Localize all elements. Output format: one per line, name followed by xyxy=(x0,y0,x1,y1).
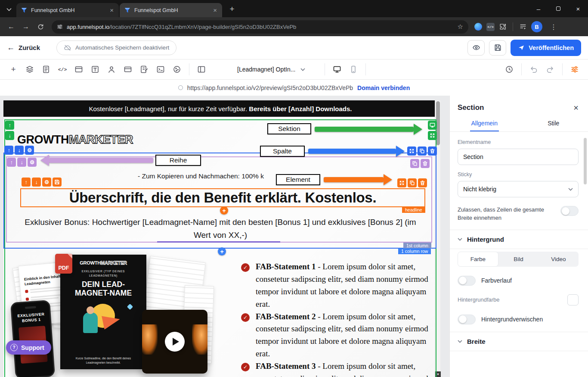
tab-close-icon[interactable]: × xyxy=(212,6,218,14)
move-up-icon[interactable]: ↑ xyxy=(5,121,14,130)
play-button[interactable] xyxy=(165,332,185,352)
new-tab-button[interactable]: + xyxy=(226,3,238,16)
fullwidth-toggle[interactable] xyxy=(560,206,579,216)
close-panel-icon[interactable]: × xyxy=(573,103,579,112)
layout-icon[interactable] xyxy=(193,62,210,77)
section-icon[interactable] xyxy=(71,62,87,77)
background-section-header[interactable]: Hintergrund xyxy=(458,230,579,249)
divider-element[interactable] xyxy=(157,241,280,243)
settings-gear-icon[interactable]: ⚙ xyxy=(25,146,34,155)
bg-tab-bild[interactable]: Bild xyxy=(498,252,538,267)
cookie-icon[interactable] xyxy=(169,62,185,77)
elementname-input[interactable] xyxy=(463,153,573,160)
width-section-header[interactable]: Breite xyxy=(458,332,579,351)
page-canvas[interactable]: Kostenloser [Leadmagnet], nur für kurze … xyxy=(3,100,437,377)
close-window-button[interactable]: × xyxy=(568,0,588,17)
profile-avatar[interactable]: B xyxy=(531,21,542,32)
move-down-icon[interactable]: ↓ xyxy=(5,131,14,140)
save-element-icon[interactable] xyxy=(53,178,62,187)
duplicate-icon[interactable] xyxy=(410,159,419,168)
page-dropdown[interactable]: [Leadmagnet] OptIn... xyxy=(237,66,305,73)
publish-button[interactable]: Veröffentlichen xyxy=(511,40,581,56)
sticky-select[interactable]: Nicht klebrig xyxy=(458,181,579,197)
bg-tab-farbe[interactable]: Farbe xyxy=(458,252,498,267)
bookmark-star-icon[interactable]: ☆ xyxy=(458,23,463,31)
blur-toggle[interactable] xyxy=(458,315,476,324)
delete-icon[interactable] xyxy=(421,159,430,168)
reload-icon[interactable] xyxy=(34,20,47,34)
settings-gear-icon[interactable]: ⚙ xyxy=(28,158,37,167)
url-text[interactable]: app.funnelspot.io/location/7ZTlfNccQ31qZ… xyxy=(67,24,454,30)
back-icon[interactable]: ← xyxy=(4,20,18,34)
move-down-icon[interactable]: ↓ xyxy=(32,178,41,187)
kicker-text[interactable]: - Zum Kopieren und Nachmachen: 100% k xyxy=(138,172,264,180)
text-icon[interactable] xyxy=(87,62,103,77)
tab-stile[interactable]: Stile xyxy=(519,117,588,131)
settings-sliders-icon[interactable] xyxy=(566,62,583,77)
move-down-icon[interactable]: ↓ xyxy=(15,146,24,155)
delete-icon[interactable] xyxy=(418,178,427,187)
add-element-icon[interactable]: + xyxy=(5,62,22,77)
minimize-button[interactable]: – xyxy=(529,0,548,17)
add-row-plus-icon[interactable]: + xyxy=(218,247,226,255)
maximize-button[interactable] xyxy=(548,0,568,17)
gradient-toggle[interactable] xyxy=(458,276,476,286)
extension-ball-icon[interactable] xyxy=(474,23,482,31)
delete-icon[interactable] xyxy=(428,146,437,156)
subline-text[interactable]: Exklusiver Bonus: Hochwertiger [Leadmagn… xyxy=(21,216,420,242)
expand-icon[interactable] xyxy=(407,146,416,156)
user-icon[interactable] xyxy=(103,62,120,77)
duplicate-icon[interactable] xyxy=(408,178,417,187)
history-icon[interactable] xyxy=(501,62,517,77)
extensions-puzzle-icon[interactable] xyxy=(499,23,507,31)
form-icon[interactable] xyxy=(136,62,152,77)
code-icon[interactable]: </> xyxy=(54,62,71,77)
brand-logo[interactable]: GROWTHMARKETER xyxy=(17,133,133,146)
undo-icon[interactable] xyxy=(526,62,542,77)
support-button[interactable]: ? Support xyxy=(6,340,51,355)
card-icon[interactable] xyxy=(120,62,136,77)
address-bar[interactable]: app.funnelspot.io/location/7ZTlfNccQ31qZ… xyxy=(52,20,468,34)
move-up-icon[interactable]: ↑ xyxy=(22,178,31,187)
tab-search-button[interactable] xyxy=(3,4,15,15)
site-settings-icon[interactable] xyxy=(57,24,63,30)
expand-icon[interactable] xyxy=(428,131,437,140)
extension-code-icon[interactable]: </> xyxy=(486,23,495,31)
fab-statement-item[interactable]: ✓ FAB-Statement 2 - Lorem ipsum dolor si… xyxy=(241,311,430,361)
scroll-down-icon[interactable]: ▼ xyxy=(435,371,441,377)
duplicate-icon[interactable] xyxy=(418,146,427,156)
back-button[interactable]: ← Zurück xyxy=(7,43,40,52)
tab-close-icon[interactable]: × xyxy=(109,6,115,14)
panel-scrollbar-thumb[interactable] xyxy=(584,138,587,184)
browser-menu-icon[interactable]: ⋮ xyxy=(547,23,560,31)
forward-icon[interactable]: → xyxy=(19,20,33,34)
add-element-plus-icon[interactable]: + xyxy=(220,206,228,215)
announcement-bar[interactable]: Kostenloser [Leadmagnet], nur für kurze … xyxy=(3,100,437,117)
desktop-view-icon[interactable] xyxy=(329,62,345,77)
bg-tab-video[interactable]: Video xyxy=(538,252,579,267)
canvas-scrollbar[interactable]: ▼ xyxy=(435,100,440,377)
move-up-icon[interactable]: ↑ xyxy=(7,158,16,167)
preview-button[interactable] xyxy=(467,40,485,56)
media-playlist-icon[interactable] xyxy=(519,23,527,31)
tab-allgemein[interactable]: Allgemein xyxy=(450,117,519,131)
mobile-view-icon[interactable] xyxy=(345,62,362,77)
layers-icon[interactable] xyxy=(22,62,38,77)
bgcolor-swatch[interactable] xyxy=(567,294,579,305)
save-button[interactable] xyxy=(489,40,506,56)
settings-gear-icon[interactable]: ⚙ xyxy=(42,178,51,187)
template-icon[interactable] xyxy=(38,62,54,77)
browser-tab-1[interactable]: Funnelspot GmbH × xyxy=(16,3,119,17)
move-down-icon[interactable]: ↓ xyxy=(17,158,26,167)
connect-domain-link[interactable]: Domain verbinden xyxy=(357,84,410,91)
expand-icon[interactable] xyxy=(397,178,406,187)
device-visibility-icon[interactable] xyxy=(428,121,437,130)
terminal-icon[interactable] xyxy=(152,62,169,77)
browser-tab-2[interactable]: Funnelspot GmbH × xyxy=(120,3,222,17)
move-up-icon[interactable]: ↑ xyxy=(4,146,13,155)
redo-icon[interactable] xyxy=(542,62,558,77)
video-thumbnail[interactable] xyxy=(142,310,207,374)
fab-statement-item[interactable]: ✓ FAB-Statement 3 - Lorem ipsum dolor si… xyxy=(241,360,430,377)
headline-text[interactable]: Überschrift, die den Benefit erklärt. Ko… xyxy=(21,190,424,206)
fab-statement-item[interactable]: ✓ FAB-Statement 1 - Lorem ipsum dolor si… xyxy=(241,261,430,311)
